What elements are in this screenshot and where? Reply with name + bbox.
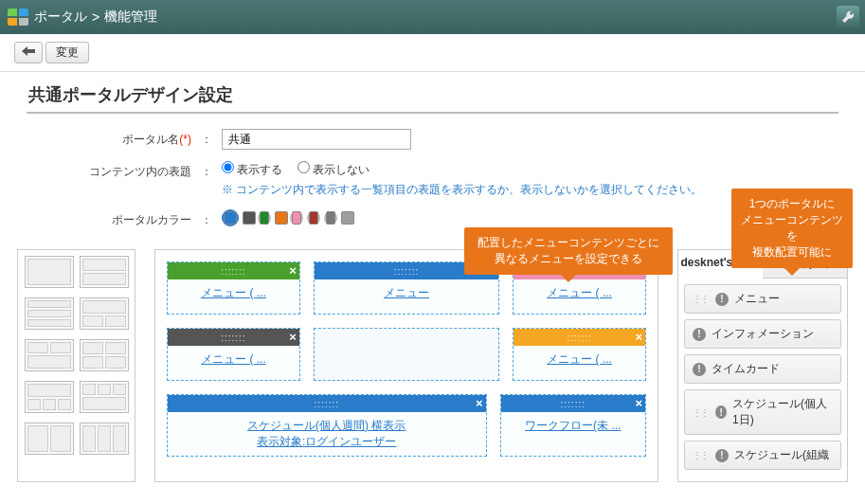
layout-thumb[interactable] — [80, 297, 129, 330]
close-icon[interactable]: × — [635, 330, 642, 344]
submit-button[interactable]: 変更 — [45, 42, 89, 63]
widget-link[interactable]: メニュー ( ... — [547, 352, 612, 366]
color-option[interactable] — [324, 211, 337, 225]
callout-multiple-menu: 1つのポータルにメニューコンテンツを複数配置可能に — [731, 189, 853, 268]
radio-show[interactable]: 表示する — [222, 163, 282, 176]
breadcrumb-sep: > — [92, 9, 99, 25]
widget-link[interactable]: メニュー — [384, 286, 429, 299]
empty-slot[interactable] — [314, 328, 499, 381]
breadcrumb-page[interactable]: 機能管理 — [104, 9, 157, 26]
widget-menu-orange[interactable]: :::::::× メニュー ( ... — [513, 328, 646, 381]
layout-thumb[interactable] — [80, 339, 129, 371]
palette-item-schedule-org[interactable]: !スケジュール(組織 — [684, 441, 841, 470]
layout-thumb[interactable] — [80, 423, 129, 455]
layout-thumb[interactable] — [25, 256, 74, 288]
portal-name-input[interactable] — [222, 129, 411, 150]
layout-thumb[interactable] — [25, 339, 74, 371]
layout-thumbnails — [17, 249, 135, 482]
titles-hint: ※ コンテンツ内で表示する一覧項目の表題を表示するか、表示しないかを選択してくだ… — [222, 182, 702, 198]
layout-thumb[interactable] — [25, 423, 74, 455]
info-icon: ! — [715, 293, 729, 306]
widget-link[interactable]: メニュー ( ... — [201, 286, 266, 299]
info-icon: ! — [715, 449, 729, 462]
widget-link[interactable]: メニュー ( ... — [547, 286, 612, 299]
layout-thumb[interactable] — [25, 381, 74, 413]
color-option-selected[interactable] — [222, 209, 239, 226]
palette-item-menu[interactable]: !メニュー — [684, 284, 841, 314]
required-mark: (*) — [179, 133, 191, 146]
svg-rect-3 — [19, 18, 28, 26]
color-option[interactable] — [243, 211, 256, 225]
radio-hide[interactable]: 表示しない — [297, 163, 369, 176]
close-icon[interactable]: × — [289, 330, 297, 344]
breadcrumb-root[interactable]: ポータル — [34, 9, 87, 26]
palette-item-information[interactable]: !インフォメーション — [684, 319, 841, 349]
layout-thumb[interactable] — [80, 381, 129, 413]
layout-thumb[interactable] — [80, 256, 129, 288]
palette-item-schedule-personal[interactable]: !スケジュール(個人1日) — [684, 389, 841, 435]
svg-rect-0 — [8, 9, 17, 16]
callout-menu-config: 配置したメニューコンテンツごとに異なるメニューを設定できる — [464, 227, 673, 275]
settings-icon[interactable] — [837, 6, 859, 28]
app-icon — [8, 9, 28, 26]
back-button[interactable] — [14, 42, 43, 63]
svg-rect-1 — [19, 9, 28, 16]
content-palette: desknet's NEO 自由形式 !メニュー !インフォメーション !タイム… — [677, 249, 848, 482]
layout-thumb[interactable] — [25, 297, 74, 330]
info-icon: ! — [693, 363, 706, 376]
layout-canvas: :::::::× メニュー ( ... :::::::× メニュー ::::::… — [154, 249, 658, 482]
name-label: ポータル名 — [122, 133, 179, 146]
close-icon[interactable]: × — [635, 396, 642, 410]
info-icon: ! — [693, 328, 706, 341]
color-option[interactable] — [258, 211, 271, 225]
color-option[interactable] — [275, 211, 288, 225]
widget-link[interactable]: ワークフロー(未 ... — [525, 419, 621, 432]
widget-workflow[interactable]: :::::::× ワークフロー(未 ... — [500, 394, 647, 457]
widget-link[interactable]: メニュー ( ... — [201, 352, 266, 366]
color-option[interactable] — [290, 211, 303, 225]
color-label: ポータルカラー — [112, 213, 191, 226]
color-option[interactable] — [307, 211, 320, 225]
titles-label: コンテンツ内の表題 — [89, 165, 191, 178]
widget-menu-dark[interactable]: :::::::× メニュー ( ... — [167, 328, 300, 381]
widget-schedule[interactable]: :::::::× スケジュール(個人週間) 横表示表示対象:ログインユーザー — [167, 394, 487, 457]
info-icon: ! — [715, 405, 727, 419]
color-option[interactable] — [341, 211, 354, 225]
palette-item-timecard[interactable]: !タイムカード — [684, 354, 841, 384]
close-icon[interactable]: × — [289, 263, 297, 278]
page-title: 共通ポータルデザイン設定 — [27, 80, 838, 114]
widget-menu-green[interactable]: :::::::× メニュー ( ... — [167, 261, 300, 315]
color-swatches — [222, 209, 354, 226]
close-icon[interactable]: × — [476, 396, 483, 410]
svg-rect-2 — [8, 18, 17, 26]
widget-link[interactable]: スケジュール(個人週間) 横表示表示対象:ログインユーザー — [247, 419, 405, 448]
